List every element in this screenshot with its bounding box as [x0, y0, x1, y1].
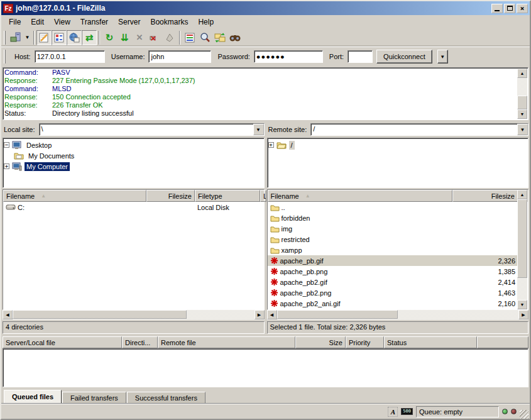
menu-item[interactable]: Transfer	[75, 16, 113, 28]
column-header-filename[interactable]: Filename▲	[3, 190, 146, 202]
tree-item-root[interactable]: + /	[268, 140, 528, 150]
toggle-message-log-button[interactable]	[36, 30, 52, 45]
password-input[interactable]	[254, 50, 323, 63]
port-input[interactable]	[348, 50, 373, 63]
file-row[interactable]: apache_pb2.gif 2,414	[268, 277, 518, 287]
queue-body[interactable]	[3, 348, 528, 387]
host-input[interactable]	[35, 50, 105, 63]
column-header-filesize[interactable]: Filesize	[146, 190, 195, 202]
reconnect-button[interactable]	[162, 30, 177, 45]
tree-label[interactable]: Desktop	[25, 141, 53, 150]
remote-vscrollbar[interactable]: ▲ ▼	[517, 190, 527, 309]
scroll-thumb[interactable]	[277, 310, 398, 319]
scroll-down-icon[interactable]: ▼	[517, 300, 527, 309]
minimize-button[interactable]	[491, 4, 503, 13]
tree-label[interactable]: My Computer	[25, 162, 70, 171]
menu-item[interactable]: Bookmarks	[145, 16, 193, 28]
speed-limit-icon[interactable]: 500	[401, 408, 413, 415]
quickconnect-button[interactable]: Quickconnect	[376, 50, 432, 64]
menu-item[interactable]: Server	[113, 16, 145, 28]
column-header-filename[interactable]: Filename▲	[268, 190, 453, 202]
ascii-transfer-type-icon[interactable]: A	[388, 407, 398, 417]
tree-item-my-documents[interactable]: My Documents	[4, 150, 263, 161]
disconnect-button[interactable]: ×	[147, 30, 162, 45]
column-header-priority[interactable]: Priority	[346, 336, 384, 348]
site-manager-dropdown[interactable]: ▼	[23, 31, 31, 45]
scroll-up-icon[interactable]: ▲	[517, 190, 527, 199]
column-header-filesize[interactable]: Filesize	[452, 190, 518, 202]
file-row[interactable]: forbidden	[268, 213, 518, 223]
column-header-status[interactable]: Status	[384, 336, 477, 348]
scroll-left-icon[interactable]: ◀	[3, 310, 13, 319]
file-row[interactable]: apache_pb.png 1,385	[268, 266, 518, 277]
menu-item[interactable]: Edit	[26, 16, 49, 28]
find-files-button[interactable]	[227, 30, 243, 45]
log-label: Response:	[4, 101, 52, 109]
toggle-remote-tree-button[interactable]	[67, 30, 82, 45]
queue-tab[interactable]: Queued files	[4, 390, 62, 404]
file-row[interactable]: restricted	[268, 234, 518, 245]
remote-site-dropdown-icon[interactable]: ▼	[517, 124, 528, 135]
tree-item-desktop[interactable]: − Desktop	[4, 140, 263, 150]
scroll-down-icon[interactable]: ▼	[517, 109, 527, 119]
scroll-thumb[interactable]	[13, 310, 187, 319]
username-input[interactable]	[148, 50, 211, 63]
compare-directories-button[interactable]	[197, 30, 212, 45]
toggle-queue-button[interactable]: ⇄	[82, 30, 97, 45]
scroll-up-icon[interactable]: ▲	[517, 69, 527, 78]
quickconnect-grip[interactable]	[4, 50, 6, 64]
scroll-right-icon[interactable]: ▶	[518, 310, 528, 319]
menu-item[interactable]: View	[49, 16, 75, 28]
menu-item[interactable]: Help	[193, 16, 219, 28]
column-header-remote-file[interactable]: Remote file	[158, 336, 295, 348]
file-row[interactable]: C: Local Disk	[3, 202, 264, 213]
site-manager-button[interactable]	[8, 30, 23, 45]
tree-item-my-computer[interactable]: + My Computer	[4, 161, 263, 172]
column-header-filetype[interactable]: Filetype	[195, 190, 260, 202]
file-name: apache_pb2.png	[280, 289, 332, 297]
file-row[interactable]: ..	[268, 202, 518, 213]
tree-label[interactable]: /	[289, 141, 295, 150]
scroll-thumb[interactable]	[517, 199, 527, 278]
cancel-operation-button[interactable]: ✕	[132, 30, 147, 45]
local-site-combobox[interactable]: \ ▼	[39, 123, 265, 136]
toolbar-grip[interactable]	[4, 31, 6, 45]
log-scrollbar[interactable]: ▲ ▼	[517, 69, 527, 119]
synchronized-browsing-button[interactable]	[212, 30, 227, 45]
collapse-icon[interactable]: −	[4, 142, 9, 148]
filter-button[interactable]	[182, 30, 197, 45]
scroll-right-icon[interactable]: ▶	[255, 310, 265, 319]
expand-icon[interactable]: +	[4, 163, 9, 169]
file-row[interactable]: apache_pb2.png 1,463	[268, 287, 518, 298]
queue-tab[interactable]: Successful transfers	[127, 392, 205, 404]
file-row[interactable]: xampp	[268, 245, 518, 255]
title-bar[interactable]: Fz john@127.0.0.1 - FileZilla ×	[1, 1, 530, 15]
toggle-local-tree-button[interactable]	[52, 30, 67, 45]
file-row[interactable]: apache_pb2_ani.gif 2,160	[268, 298, 518, 309]
quickconnect-dropdown[interactable]: ▼	[437, 50, 448, 64]
column-header-last-modified[interactable]: L	[260, 190, 266, 202]
tree-label[interactable]: My Documents	[26, 152, 76, 160]
queue-tab[interactable]: Failed transfers	[62, 392, 126, 404]
quickconnect-bar: Host: Username: Password: Port: Quickcon…	[1, 47, 530, 66]
resize-grip[interactable]	[520, 410, 528, 419]
remote-hscrollbar[interactable]: ◀ ▶	[267, 310, 529, 320]
local-site-dropdown-icon[interactable]: ▼	[253, 124, 264, 135]
scroll-thumb[interactable]	[517, 96, 527, 109]
remote-site-value: /	[311, 124, 517, 135]
queue-arrows-icon: ⇄	[85, 33, 94, 42]
menu-item[interactable]: File	[4, 16, 26, 28]
file-row[interactable]: img	[268, 223, 518, 234]
column-header-direction[interactable]: Directi...	[122, 336, 158, 348]
expand-icon[interactable]: +	[268, 142, 274, 148]
column-header-server-local-file[interactable]: Server/Local file	[3, 336, 122, 348]
refresh-button[interactable]: ↻	[102, 30, 117, 45]
remote-site-combobox[interactable]: / ▼	[310, 123, 528, 136]
column-header-size[interactable]: Size	[295, 336, 346, 348]
local-hscrollbar[interactable]: ◀ ▶	[3, 310, 265, 320]
file-row[interactable]: apache_pb.gif 2,326	[268, 255, 518, 266]
scroll-left-icon[interactable]: ◀	[267, 310, 277, 319]
process-queue-button[interactable]: ⇊	[117, 30, 132, 45]
maximize-button[interactable]	[504, 4, 515, 13]
close-button[interactable]: ×	[517, 4, 528, 13]
